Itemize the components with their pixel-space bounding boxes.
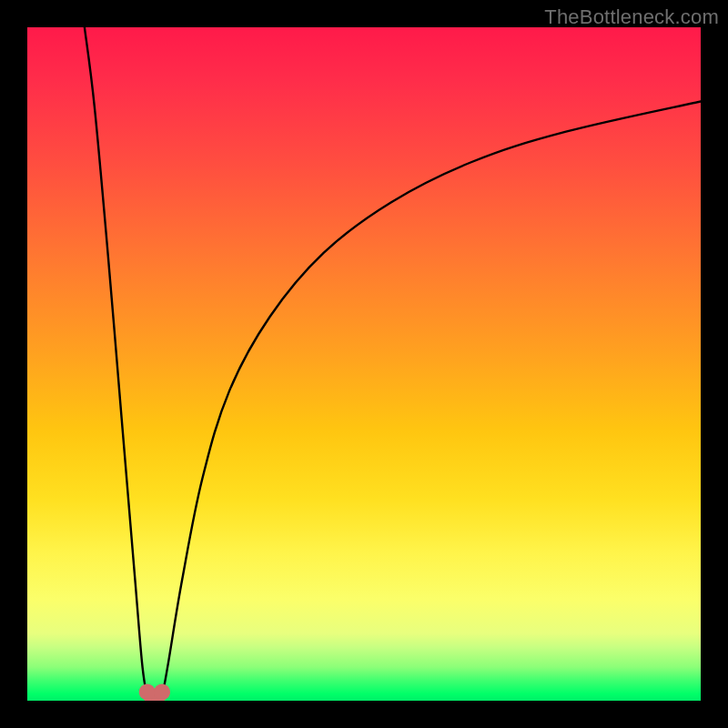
series-left-branch: [85, 27, 146, 691]
marker-group: [139, 683, 170, 700]
series-group: [85, 27, 701, 691]
watermark-text: TheBottleneck.com: [544, 5, 719, 29]
chart-frame: TheBottleneck.com: [0, 0, 728, 728]
plot-area: [27, 27, 701, 701]
valley-node-left: [139, 683, 156, 700]
curves-layer: [27, 27, 701, 701]
series-right-branch: [163, 101, 701, 691]
valley-node-right: [154, 683, 170, 700]
